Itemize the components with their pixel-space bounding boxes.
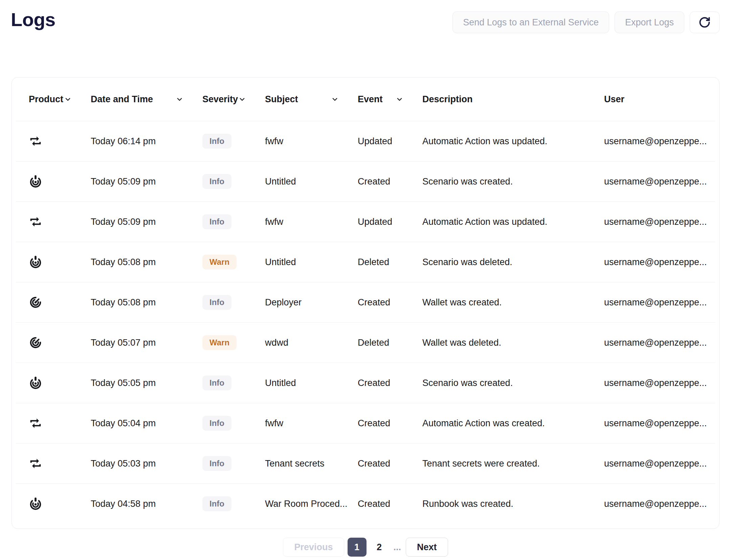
severity-badge: Info [202, 214, 231, 229]
table-row: Today 05:08 pmInfoDeployerCreatedWallet … [16, 282, 715, 322]
subject-cell: Untitled [265, 176, 358, 187]
chevron-down-icon [396, 95, 403, 103]
subject-cell: wdwd [265, 338, 358, 348]
severity-badge: Info [202, 416, 231, 431]
severity-cell: Info [202, 496, 265, 511]
description-cell: Wallet was created. [422, 297, 604, 308]
event-cell: Deleted [358, 338, 422, 348]
severity-badge: Warn [202, 255, 237, 270]
user-cell: username@openzeppe... [604, 458, 712, 469]
event-cell: Created [358, 458, 422, 469]
column-header-event[interactable]: Event [358, 94, 422, 105]
column-header-product[interactable]: Product [29, 94, 91, 105]
column-header-label: Event [358, 94, 383, 105]
page-2-button[interactable]: 2 [370, 538, 389, 557]
subject-cell: Tenant secrets [265, 458, 358, 469]
pagination-ellipsis: ... [392, 542, 403, 553]
severity-cell: Info [202, 295, 265, 310]
datetime-cell: Today 05:09 pm [91, 176, 202, 187]
severity-badge: Info [202, 375, 231, 390]
severity-badge: Info [202, 295, 231, 310]
event-cell: Deleted [358, 257, 422, 267]
column-header-severity[interactable]: Severity [202, 94, 265, 105]
severity-badge: Info [202, 456, 231, 471]
next-page-button[interactable]: Next [406, 538, 448, 557]
toolbar: Send Logs to an External Service Export … [452, 12, 719, 33]
datetime-cell: Today 06:14 pm [91, 136, 202, 147]
column-header-label: Severity [202, 94, 238, 105]
datetime-cell: Today 05:05 pm [91, 378, 202, 388]
user-cell: username@openzeppe... [604, 176, 712, 187]
datetime-cell: Today 05:07 pm [91, 338, 202, 348]
monitor-icon [29, 255, 91, 269]
description-cell: Wallet was deleted. [422, 338, 604, 348]
table-row: Today 05:09 pmInfoUntitledCreatedScenari… [16, 161, 715, 201]
refresh-button[interactable] [690, 12, 719, 33]
user-cell: username@openzeppe... [604, 338, 712, 348]
page-title: Logs [11, 9, 56, 30]
severity-cell: Info [202, 134, 265, 149]
previous-page-button[interactable]: Previous [283, 538, 344, 557]
chevron-down-icon [238, 95, 246, 103]
description-cell: Automatic Action was updated. [422, 136, 604, 147]
logs-table-card: ProductDate and TimeSeveritySubjectEvent… [12, 77, 719, 529]
severity-badge: Info [202, 134, 231, 149]
subject-cell: Deployer [265, 297, 358, 308]
table-row: Today 04:58 pmInfoWar Room Proced...Crea… [16, 483, 715, 524]
user-cell: username@openzeppe... [604, 217, 712, 227]
table-row: Today 05:05 pmInfoUntitledCreatedScenari… [16, 363, 715, 403]
description-cell: Runbook was created. [422, 499, 604, 509]
datetime-cell: Today 04:58 pm [91, 499, 202, 509]
column-header-user: User [604, 94, 712, 105]
user-cell: username@openzeppe... [604, 257, 712, 267]
datetime-cell: Today 05:08 pm [91, 297, 202, 308]
chevron-down-icon [64, 95, 72, 103]
subject-cell: fwfw [265, 136, 358, 147]
column-header-date-and-time[interactable]: Date and Time [91, 94, 202, 105]
refresh-icon [699, 16, 711, 28]
user-cell: username@openzeppe... [604, 297, 712, 308]
severity-cell: Info [202, 214, 265, 229]
severity-cell: Info [202, 375, 265, 390]
table-row: Today 05:09 pmInfofwfwUpdatedAutomatic A… [16, 201, 715, 242]
column-header-label: Subject [265, 94, 298, 105]
user-cell: username@openzeppe... [604, 378, 712, 388]
datetime-cell: Today 05:09 pm [91, 217, 202, 227]
subject-cell: War Room Proced... [265, 499, 358, 509]
description-cell: Scenario was created. [422, 378, 604, 388]
table-row: Today 05:08 pmWarnUntitledDeletedScenari… [16, 242, 715, 282]
table-row: Today 05:04 pmInfofwfwCreatedAutomatic A… [16, 403, 715, 443]
event-cell: Created [358, 418, 422, 429]
table-body: Today 06:14 pmInfofwfwUpdatedAutomatic A… [16, 121, 715, 524]
severity-cell: Warn [202, 335, 265, 350]
severity-badge: Info [202, 174, 231, 189]
column-header-description: Description [422, 94, 604, 105]
event-cell: Created [358, 297, 422, 308]
event-cell: Updated [358, 217, 422, 227]
chevron-down-icon [331, 95, 339, 103]
column-header-subject[interactable]: Subject [265, 94, 358, 105]
severity-cell: Info [202, 456, 265, 471]
datetime-cell: Today 05:04 pm [91, 418, 202, 429]
column-header-label: Product [29, 94, 63, 105]
description-cell: Tenant secrets were created. [422, 458, 604, 469]
pagination: Previous 1 2 ... Next [0, 538, 731, 557]
send-logs-button[interactable]: Send Logs to an External Service [452, 12, 609, 33]
page-1-button[interactable]: 1 [348, 538, 367, 557]
monitor-icon [29, 376, 91, 390]
export-logs-button[interactable]: Export Logs [615, 12, 684, 33]
table-row: Today 05:03 pmInfoTenant secretsCreatedT… [16, 443, 715, 483]
severity-cell: Warn [202, 255, 265, 270]
event-cell: Created [358, 499, 422, 509]
monitor-icon [29, 497, 91, 511]
event-cell: Created [358, 378, 422, 388]
actions-repeat-icon [29, 215, 91, 229]
event-cell: Created [358, 176, 422, 187]
column-header-label: Description [422, 94, 473, 105]
user-cell: username@openzeppe... [604, 499, 712, 509]
chevron-down-icon [176, 95, 183, 103]
severity-badge: Info [202, 496, 231, 511]
description-cell: Automatic Action was created. [422, 418, 604, 429]
column-header-label: Date and Time [91, 94, 153, 105]
table-header-row: ProductDate and TimeSeveritySubjectEvent… [16, 78, 715, 121]
